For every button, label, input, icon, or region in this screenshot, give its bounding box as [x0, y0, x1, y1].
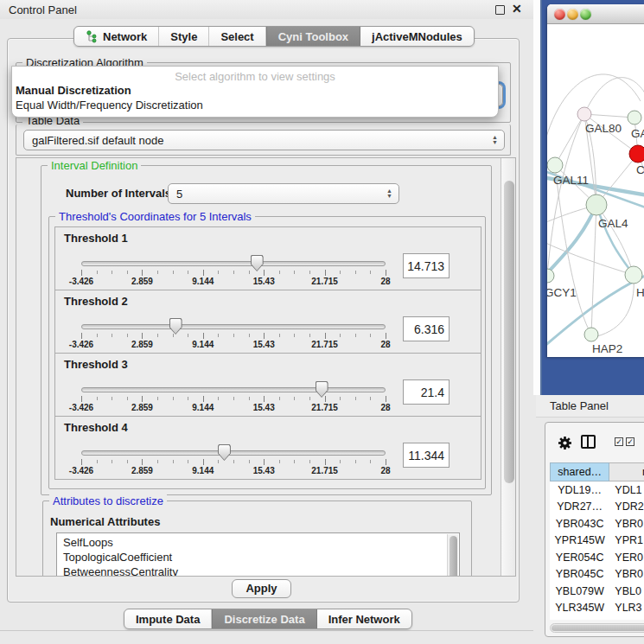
table-row[interactable]: YBR045CYBR0	[550, 566, 644, 583]
column-header-shared-name[interactable]: shared…	[550, 462, 609, 481]
table-row[interactable]: YBL079WYBL0	[550, 583, 644, 600]
split-column-icon[interactable]	[581, 435, 596, 449]
table-cell: YBR045C	[550, 566, 609, 583]
table-row[interactable]: YLR345WYLR3	[550, 600, 644, 617]
table-data-group: Table Data galFiltered.sif default node …	[16, 124, 511, 156]
tab-cyni-toolbox[interactable]: Cyni Toolbox	[266, 27, 360, 46]
column-header-name[interactable]: na	[609, 462, 644, 481]
tick-mark	[112, 460, 112, 463]
tick-mark	[127, 460, 128, 463]
table-cell: YDR2	[609, 499, 644, 516]
table-panel-title: Table Panel	[550, 399, 609, 412]
threshold-label: Threshold 3	[64, 358, 128, 371]
network-node-h[interactable]	[625, 266, 642, 284]
thresholds-group: Threshold's Coordinates for 5 Intervals …	[48, 216, 486, 489]
tick-mark	[264, 333, 265, 339]
apply-button[interactable]: Apply	[232, 579, 291, 598]
list-scrollbar[interactable]	[447, 534, 458, 577]
popup-item-equal-width-frequency[interactable]: Equal Width/Frequency Discretization	[12, 98, 498, 112]
tick-label: 9.144	[184, 340, 222, 349]
tick-label: 21.715	[306, 466, 344, 475]
network-node-c[interactable]	[629, 145, 644, 163]
zoom-traffic-light[interactable]	[580, 9, 591, 20]
table-horizontal-scrollbar[interactable]	[550, 623, 644, 633]
threshold-panel: Threshold 3 -3.4262.8599.14415.4321.7152…	[54, 353, 481, 417]
tick-mark	[81, 459, 82, 465]
threshold-slider-track[interactable]	[81, 387, 386, 392]
tick-mark	[309, 397, 310, 400]
tick-label: -3.426	[62, 340, 100, 349]
tab-select[interactable]: Select	[209, 27, 265, 46]
network-node-hap2[interactable]	[584, 328, 598, 341]
tab-jactivemnodules[interactable]: jActiveMNodules	[360, 27, 474, 46]
close-icon[interactable]: ✕	[512, 2, 522, 16]
tick-mark	[233, 397, 234, 400]
gear-icon[interactable]	[557, 435, 573, 451]
popup-item-manual-discretization[interactable]: Manual Discretization	[12, 83, 498, 98]
threshold-slider-handle[interactable]	[251, 255, 264, 271]
table-row[interactable]: YBR043CYBR0	[550, 515, 644, 532]
tick-mark	[112, 271, 112, 274]
minimize-traffic-light[interactable]	[567, 9, 578, 20]
threshold-value-field[interactable]: 14.713	[403, 253, 450, 278]
attribute-list-item[interactable]: BetweennessCentrality	[63, 565, 459, 577]
tick-mark	[173, 460, 174, 463]
list-scrollbar-thumb[interactable]	[450, 536, 457, 577]
tick-mark	[264, 396, 265, 402]
number-of-intervals-combobox[interactable]: 5 ▲▼	[168, 183, 399, 204]
threshold-slider-handle[interactable]	[218, 444, 231, 461]
threshold-slider-track[interactable]	[81, 324, 386, 329]
close-traffic-light[interactable]	[554, 9, 565, 20]
node-label: C	[636, 163, 644, 176]
tick-mark	[142, 396, 143, 402]
tick-label: 21.715	[306, 340, 344, 349]
network-node-gal11[interactable]	[547, 157, 563, 173]
network-node-gal80[interactable]	[577, 107, 591, 121]
threshold-slider-track[interactable]	[81, 450, 386, 456]
tick-mark	[173, 397, 174, 400]
table-row[interactable]: YDL19…YDL1	[550, 481, 644, 499]
threshold-slider-handle[interactable]	[169, 318, 182, 335]
network-node-gcy1[interactable]	[547, 269, 554, 283]
threshold-slider-track[interactable]	[81, 261, 386, 266]
network-edge	[555, 114, 584, 165]
panel-scrollbar[interactable]	[501, 158, 516, 576]
table-row[interactable]: YDR27…YDR2	[550, 499, 644, 516]
tick-mark	[173, 271, 174, 274]
tab-network[interactable]: Network	[74, 27, 159, 46]
table-panel: ✓ ✓ shared… na YDL19…YDL1YDR27…YDR2YBR04…	[545, 422, 644, 637]
network-node-gal4[interactable]	[586, 194, 607, 215]
table-row[interactable]: YIL052CYIL0	[550, 616, 644, 620]
tab-impute-data[interactable]: Impute Data	[124, 609, 212, 628]
threshold-value-field[interactable]: 11.344	[403, 443, 450, 468]
table-row[interactable]: YPR145WYPR1	[550, 532, 644, 550]
checkbox-icon[interactable]: ✓	[615, 437, 623, 446]
threshold-slider-handle[interactable]	[316, 381, 328, 398]
network-icon	[86, 30, 98, 43]
tick-mark	[127, 334, 128, 337]
attribute-list-item[interactable]: TopologicalCoefficient	[63, 551, 459, 565]
tick-mark	[112, 397, 112, 400]
table-scrollbar-thumb[interactable]	[552, 625, 644, 631]
tab-discretize-data[interactable]: Discretize Data	[212, 609, 316, 628]
settings-scroll-panel: Interval Definition Number of Intervals …	[16, 157, 516, 577]
panel-scrollbar-thumb[interactable]	[504, 181, 514, 483]
tab-infer-network[interactable]: Infer Network	[317, 609, 411, 628]
checkbox-icon[interactable]: ✓	[626, 437, 634, 446]
tab-style[interactable]: Style	[159, 27, 209, 46]
tick-mark	[355, 334, 356, 337]
threshold-value-field[interactable]: 21.4	[403, 379, 450, 405]
network-node-ga[interactable]	[628, 111, 641, 124]
threshold-panel: Threshold 2 -3.4262.8599.14415.4321.7152…	[54, 290, 481, 354]
float-window-icon[interactable]	[495, 5, 505, 15]
tick-mark	[203, 396, 204, 402]
threshold-value-field[interactable]: 6.316	[403, 316, 450, 341]
table-row[interactable]: YER054CYER0	[550, 549, 644, 566]
network-window-titlebar[interactable]	[547, 4, 644, 24]
tick-label: 21.715	[306, 403, 344, 412]
table-data-combobox[interactable]: galFiltered.sif default node ▲▼	[23, 130, 505, 150]
network-canvas[interactable]: GAL80GACGAL11GAL4GCY1HHAP2	[547, 25, 644, 357]
attribute-list-item[interactable]: SelfLoops	[63, 536, 459, 551]
tick-mark	[203, 333, 204, 339]
tick-mark	[218, 397, 219, 400]
